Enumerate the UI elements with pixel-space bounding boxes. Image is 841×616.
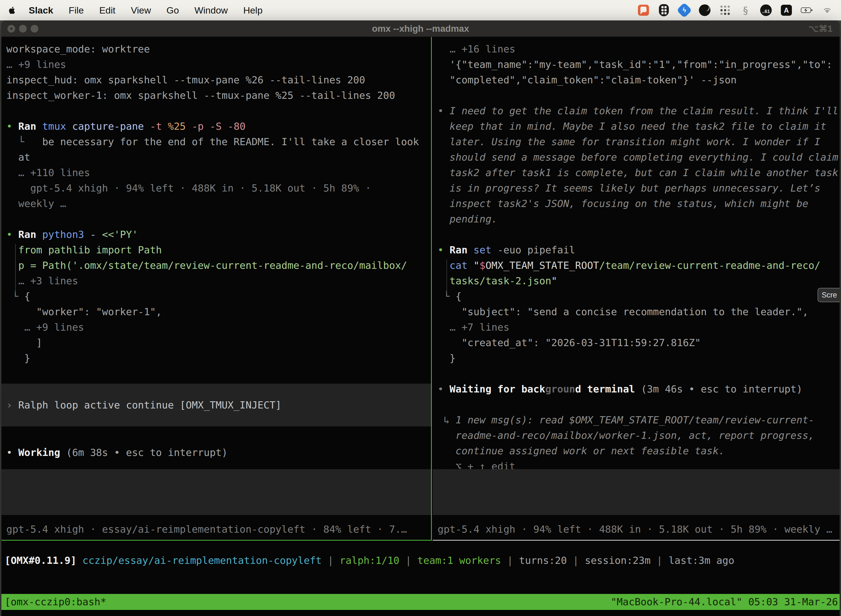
terminal-line: readme-and-reco/mailbox/worker-1.json, a… [438, 428, 838, 443]
terminal-line: ] [6, 335, 430, 351]
terminal-line: tasks/task-2.json" [438, 273, 838, 289]
terminal-line: └ { [6, 289, 430, 304]
terminal-line: pending. [438, 211, 838, 227]
terminal-line: … +3 lines [6, 273, 430, 289]
omx-session-status-line: [OMX#0.11.9] cczip/essay/ai-reimplementa… [5, 553, 734, 568]
working-status-line: • Working (6m 38s • esc to interrupt) [6, 445, 430, 461]
left-input-box[interactable]: › Improve documentation in @filename [1, 469, 431, 515]
terminal-line [438, 227, 838, 242]
terminal-line: } [6, 351, 430, 366]
terminal-line: inspect_worker-1: omx sparkshell --tmux-… [6, 88, 430, 103]
a-square-icon[interactable]: A [780, 4, 793, 16]
terminal-line: … +7 lines [438, 320, 838, 335]
terminal-line: … +9 lines [6, 320, 430, 335]
terminal-line: "worker": "worker-1", [6, 304, 430, 320]
battery-icon[interactable] [801, 4, 813, 16]
terminal-line [6, 103, 430, 119]
terminal-line: └ be necessary for the end of the README… [6, 134, 430, 150]
crescent-icon[interactable] [699, 4, 711, 16]
terminal-line: is in progress? It seems likely but perh… [438, 180, 838, 196]
terminal-line: • Ran python3 - <<'PY' [6, 227, 430, 242]
blue-badge-icon[interactable]: ϟ [678, 4, 690, 16]
left-model-status-line: gpt-5.4 xhigh · essay/ai-reimplementatio… [6, 522, 430, 537]
terminal-line: keep that in mind. Maybe I also need the… [438, 119, 838, 134]
terminal-line: "created_at": "2026-03-31T11:59:27.816Z" [438, 335, 838, 351]
menu-go[interactable]: Go [166, 5, 179, 15]
terminal-line: … +16 lines [438, 41, 838, 57]
window-title: omx --xhigh --madmax [1, 21, 840, 37]
terminal-line: at [6, 150, 430, 165]
wifi-icon[interactable] [821, 4, 833, 16]
terminal-line [438, 88, 838, 103]
terminal-window: omx --xhigh --madmax ⌥⌘1 workspace_mode:… [1, 21, 840, 616]
menu-bar: SlackFileEditViewGoWindowHelp ϟ § ..61 A [0, 0, 841, 21]
menu-slack[interactable]: Slack [29, 5, 53, 15]
terminal-line: ↳ 1 new msg(s): read $OMX_TEAM_STATE_ROO… [438, 412, 838, 428]
screen-edge-tooltip: Scre [818, 288, 840, 302]
tmux-status-bar: [omx-cczip0:bash* "MacBook-Pro-44.local"… [1, 594, 840, 610]
menu-help[interactable]: Help [243, 5, 263, 15]
left-terminal-pane[interactable]: workspace_mode: worktree… +9 linesinspec… [1, 37, 432, 541]
terminal-line: task2 after task1 is complete, but can I… [438, 165, 838, 180]
terminal-line [6, 211, 430, 227]
terminal-line [438, 366, 838, 381]
terminal-line: from pathlib import Path [6, 242, 430, 258]
ralph-loop-banner: › Ralph loop active continue [OMX_TMUX_I… [1, 384, 431, 427]
terminal-line: … +110 lines [6, 165, 430, 180]
count-badge-icon[interactable]: ..61 [760, 4, 772, 16]
menu-items: SlackFileEditViewGoWindowHelp [29, 5, 278, 16]
terminal-line: later. Using the same for transition mig… [438, 134, 838, 150]
window-title-bar[interactable]: omx --xhigh --madmax ⌥⌘1 [1, 21, 840, 37]
terminal-line: › Ralph loop active continue [OMX_TMUX_I… [1, 397, 431, 413]
terminal-line: continue assigned work or next feasible … [438, 443, 838, 459]
terminal-line: weekly … [6, 196, 430, 211]
shield-icon[interactable] [658, 4, 670, 16]
tmux-session-label[interactable]: [omx-cczip0:bash* [1, 594, 106, 610]
terminal-line [438, 397, 838, 412]
right-pane-output: … +16 lines '{"team_name":"my-team","tas… [438, 41, 838, 474]
tree-guide-line [15, 244, 16, 293]
menu-window[interactable]: Window [195, 5, 228, 15]
dots-grid-icon[interactable] [719, 4, 731, 16]
tmux-host-clock-label: "MacBook-Pro-44.local" 05:03 31-Mar-26 [611, 594, 840, 610]
terminal-line: workspace_mode: worktree [6, 41, 430, 57]
terminal-line: '{"team_name":"my-team","task_id":"1","f… [438, 57, 838, 72]
menu-edit[interactable]: Edit [99, 5, 116, 15]
terminal-line: cat "$OMX_TEAM_STATE_ROOT/team/review-cu… [438, 258, 838, 273]
menu-file[interactable]: File [69, 5, 84, 15]
terminal-line: gpt-5.4 xhigh · 94% left · 488K in · 5.1… [6, 180, 430, 196]
terminal-line: should send a message before completing … [438, 150, 838, 165]
terminal-line: "completed","claim_token":"claim-token"}… [438, 72, 838, 88]
window-shortcut-badge: ⌥⌘1 [809, 21, 832, 37]
right-model-status-line: gpt-5.4 xhigh · 94% left · 488K in · 5.1… [438, 522, 838, 537]
terminal-line: "subject": "send a concise recommendatio… [438, 304, 838, 320]
menu-view[interactable]: View [131, 5, 151, 15]
terminal-line: } [438, 351, 838, 366]
terminal-line: inspect_hud: omx sparkshell --tmux-pane … [6, 72, 430, 88]
terminal-line: • Waiting for background terminal (3m 46… [438, 381, 838, 397]
apple-menu-icon[interactable] [8, 6, 17, 15]
menu-bar-status-icons: ϟ § ..61 A [637, 4, 833, 16]
terminal-line: … +9 lines [6, 57, 430, 72]
terminal-line: • Ran set -euo pipefail [438, 242, 838, 258]
terminal-line: └ { [438, 289, 838, 304]
terminal-line: p = Path('.omx/state/team/review-current… [6, 258, 430, 273]
left-pane-output: workspace_mode: worktree… +9 linesinspec… [6, 41, 430, 366]
terminal-line: inspect task2's JSON, focusing on the st… [438, 196, 838, 211]
hook-icon[interactable]: § [740, 4, 752, 16]
tree-guide-line [447, 260, 447, 293]
slack-icon[interactable] [637, 4, 649, 16]
right-input-box[interactable]: › Explain this codebase [433, 469, 840, 515]
terminal-line: • I need to get the claim token from the… [438, 103, 838, 119]
terminal-line: • Ran tmux capture-pane -t %25 -p -S -80 [6, 119, 430, 134]
right-terminal-pane[interactable]: … +16 lines '{"team_name":"my-team","tas… [433, 37, 840, 541]
